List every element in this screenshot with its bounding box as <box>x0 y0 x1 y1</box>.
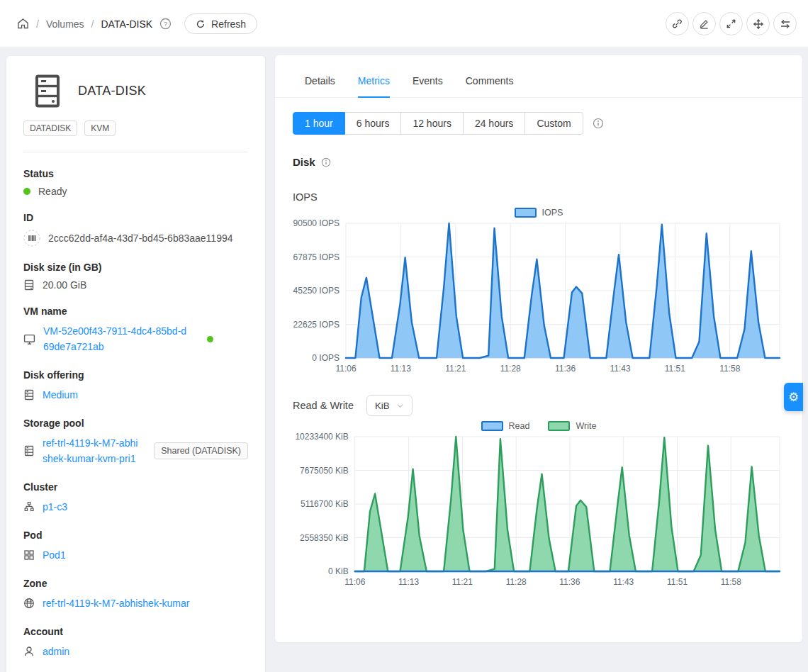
section-storage-pool: Storage pool ref-trl-4119-k-M7-abhishek-… <box>23 418 248 466</box>
disk-offering-icon <box>23 389 35 401</box>
reload-icon <box>196 19 206 29</box>
time-range-12hours[interactable]: 12 hours <box>400 112 463 135</box>
volume-icon <box>34 74 61 108</box>
y-tick-label: 45250 IOPS <box>293 286 340 296</box>
time-range-1hour[interactable]: 1 hour <box>293 112 345 135</box>
x-tick-label: 11:13 <box>398 577 419 587</box>
rw-chart-title: Read & Write <box>293 400 354 411</box>
y-tick-label: 7675050 KiB <box>300 466 349 476</box>
pod-link[interactable]: Pod1 <box>43 547 66 563</box>
barcode-icon <box>23 230 40 247</box>
storage-pool-badge: Shared (DATADISK) <box>154 442 248 459</box>
disk-info-icon[interactable] <box>321 157 331 167</box>
tab-events[interactable]: Events <box>413 75 443 97</box>
disk-size-label: Disk size (in GB) <box>23 262 248 273</box>
pod-icon <box>23 549 35 561</box>
disk-offering-link[interactable]: Medium <box>43 387 78 403</box>
divider <box>23 152 248 152</box>
breadcrumb-current: DATA-DISK <box>101 18 152 30</box>
tab-bar: Details Metrics Events Comments <box>275 55 802 98</box>
svg-text:?: ? <box>164 21 167 28</box>
home-icon[interactable] <box>17 18 29 30</box>
tag-kvm[interactable]: KVM <box>84 121 116 136</box>
swap-button[interactable] <box>773 12 797 35</box>
y-tick-label: 0 IOPS <box>312 353 340 363</box>
tab-metrics[interactable]: Metrics <box>358 75 390 97</box>
zone-label: Zone <box>23 578 248 589</box>
x-tick-label: 11:51 <box>667 577 688 587</box>
breadcrumb-volumes-link[interactable]: Volumes <box>46 18 84 30</box>
resource-title: DATA-DISK <box>78 84 146 99</box>
legend-label: IOPS <box>542 208 563 218</box>
legend-item-iops[interactable]: IOPS <box>515 208 563 218</box>
settings-drawer-button[interactable]: ⚙ <box>784 383 803 411</box>
legend-swatch <box>481 421 503 431</box>
edit-button[interactable] <box>692 12 716 35</box>
section-pod: Pod Pod1 <box>23 530 248 563</box>
section-disk-size: Disk size (in GB) 20.00 GiB <box>23 262 248 291</box>
x-tick-label: 11:58 <box>721 577 741 587</box>
storage-pool-label: Storage pool <box>23 418 248 429</box>
cluster-icon <box>23 501 35 513</box>
time-range-selector: 1 hour 6 hours 12 hours 24 hours Custom <box>293 112 802 135</box>
refresh-label: Refresh <box>211 18 246 30</box>
disk-icon <box>23 279 35 291</box>
x-tick-label: 11:06 <box>344 577 365 587</box>
migrate-button[interactable] <box>746 12 770 35</box>
disk-section-title: Disk <box>293 156 315 168</box>
user-icon <box>23 646 35 657</box>
y-tick-label: 0 KiB <box>328 566 349 576</box>
x-tick-label: 11:21 <box>452 577 473 587</box>
disk-offering-label: Disk offering <box>23 369 248 381</box>
y-tick-label: 2558350 KiB <box>300 533 349 543</box>
top-header: / Volumes / DATA-DISK ? Refresh <box>0 0 808 48</box>
section-zone: Zone ref-trl-4119-k-M7-abhishek-kumar <box>23 578 248 611</box>
storage-pool-icon <box>23 445 35 457</box>
rw-chart: 0 KiB2558350 KiB5116700 KiB7675050 KiB10… <box>292 432 785 591</box>
time-range-24hours[interactable]: 24 hours <box>463 112 525 135</box>
tag-datadisk[interactable]: DATADISK <box>23 121 77 136</box>
iops-chart-title: IOPS <box>293 191 802 203</box>
y-tick-label: 5116700 KiB <box>301 499 349 509</box>
id-label: ID <box>23 212 248 223</box>
resize-button[interactable] <box>719 12 743 35</box>
section-vm-name: VM name VM-52e00f43-7911-4dc4-85bd-d69de… <box>23 306 248 354</box>
time-range-6hours[interactable]: 6 hours <box>344 112 402 135</box>
attach-link-button[interactable] <box>666 12 689 35</box>
help-icon[interactable]: ? <box>159 18 172 30</box>
detail-panel: Details Metrics Events Comments 1 hour 6… <box>275 55 802 642</box>
zone-globe-icon <box>23 598 35 609</box>
time-info-icon[interactable] <box>593 118 604 129</box>
breadcrumb: / Volumes / DATA-DISK ? Refresh <box>17 13 257 34</box>
disk-size-value: 20.00 GiB <box>43 279 86 291</box>
legend-item-write[interactable]: Write <box>548 421 596 431</box>
unit-dropdown[interactable]: KiB <box>366 395 413 416</box>
status-label: Status <box>23 168 248 179</box>
section-account: Account admin <box>23 626 248 659</box>
storage-pool-link[interactable]: ref-trl-4119-k-M7-abhishek-kumar-kvm-pri… <box>43 435 139 466</box>
x-tick-label: 11:28 <box>500 364 521 374</box>
tab-details[interactable]: Details <box>305 75 335 97</box>
account-link[interactable]: admin <box>43 644 69 659</box>
section-disk-offering: Disk offering Medium <box>23 369 248 403</box>
tab-comments[interactable]: Comments <box>466 75 514 97</box>
section-id: ID 2ccc62dd-af4a-43d7-bd45-6b83aae11994 <box>23 212 248 247</box>
unit-dropdown-value: KiB <box>375 401 390 411</box>
cluster-link[interactable]: p1-c3 <box>43 499 67 515</box>
resource-header: DATA-DISK <box>23 74 248 108</box>
x-tick-label: 11:36 <box>559 577 580 587</box>
zone-link[interactable]: ref-trl-4119-k-M7-abhishek-kumar <box>43 595 189 611</box>
vm-name-link[interactable]: VM-52e00f43-7911-4dc4-85bd-d69de7a721ab <box>43 323 189 354</box>
y-tick-label: 10233400 KiB <box>295 432 348 442</box>
section-status: Status Ready <box>23 168 248 197</box>
legend-label: Read <box>509 421 530 431</box>
pod-label: Pod <box>23 530 248 541</box>
chevron-down-icon <box>396 402 404 410</box>
x-tick-label: 11:21 <box>445 364 466 374</box>
time-range-custom[interactable]: Custom <box>524 112 583 135</box>
cluster-label: Cluster <box>23 481 248 493</box>
legend-swatch <box>548 421 570 431</box>
legend-item-read[interactable]: Read <box>481 421 530 431</box>
refresh-button[interactable]: Refresh <box>184 13 257 34</box>
vm-state-dot <box>207 336 213 342</box>
